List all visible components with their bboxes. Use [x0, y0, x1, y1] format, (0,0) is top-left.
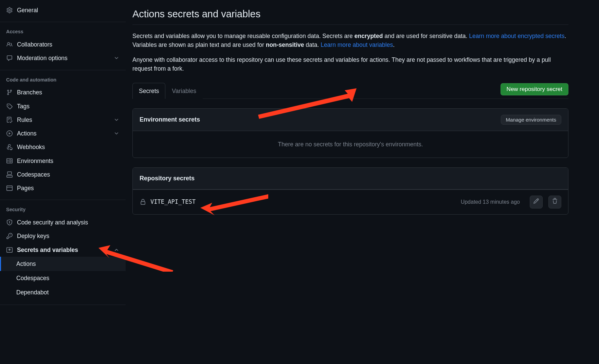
- webhook-icon: [6, 144, 13, 150]
- sidebar-item-label: Dependabot: [16, 289, 49, 296]
- branch-icon: [6, 89, 13, 96]
- sidebar-item-label: Moderation options: [17, 54, 109, 62]
- sidebar-item-label: Codespaces: [16, 275, 49, 281]
- sidebar-item-label: Rules: [17, 115, 109, 124]
- chevron-down-icon: [113, 130, 120, 136]
- sidebar-item-label: Deploy keys: [17, 232, 120, 240]
- sidebar-item-general[interactable]: General: [0, 3, 126, 17]
- sidebar-item-tags[interactable]: Tags: [0, 99, 126, 113]
- secret-updated: Updated 13 minutes ago: [461, 198, 520, 206]
- sidebar-item-label: General: [17, 6, 120, 15]
- sidebar-heading-security: Security: [0, 203, 126, 216]
- key-icon: [6, 233, 13, 239]
- shield-icon: [6, 219, 13, 226]
- pencil-icon: [533, 198, 539, 206]
- server-icon: [6, 158, 13, 164]
- link-encrypted-secrets[interactable]: Learn more about encrypted secrets: [469, 33, 564, 39]
- sidebar-item-secrets-variables[interactable]: Secrets and variables: [0, 243, 126, 257]
- sidebar-item-actions[interactable]: Actions: [0, 127, 126, 140]
- sidebar-item-environments[interactable]: Environments: [0, 154, 126, 168]
- sidebar-item-label: Actions: [17, 129, 109, 138]
- tab-secrets[interactable]: Secrets: [132, 83, 165, 99]
- chevron-up-icon: [113, 247, 120, 253]
- secret-row: VITE_API_TEST Updated 13 minutes ago: [133, 189, 568, 214]
- sidebar-item-label: Actions: [16, 260, 36, 267]
- sidebar-item-label: Collaborators: [17, 40, 120, 49]
- sidebar-item-label: Branches: [17, 88, 120, 97]
- asterisk-icon: [6, 247, 13, 253]
- new-repository-secret-button[interactable]: New repository secret: [501, 83, 568, 95]
- codespaces-icon: [6, 171, 13, 178]
- sidebar-sub-actions[interactable]: Actions: [0, 257, 126, 271]
- sidebar-sub-dependabot[interactable]: Dependabot: [0, 285, 126, 299]
- box-title: Repository secrets: [140, 174, 561, 183]
- sidebar-item-label: Codespaces: [17, 170, 120, 179]
- sidebar-item-label: Tags: [17, 102, 120, 111]
- manage-environments-button[interactable]: Manage environments: [501, 115, 561, 125]
- main-content: Actions secrets and variables Secrets an…: [126, 0, 599, 312]
- description-2: Anyone with collaborator access to this …: [132, 55, 568, 73]
- secret-name: VITE_API_TEST: [150, 198, 457, 206]
- people-icon: [6, 41, 13, 48]
- trash-icon: [552, 198, 558, 206]
- tag-icon: [6, 103, 13, 110]
- delete-secret-button[interactable]: [548, 196, 561, 208]
- gear-icon: [6, 7, 13, 14]
- sidebar-item-moderation[interactable]: Moderation options: [0, 51, 126, 65]
- sidebar-item-codespaces[interactable]: Codespaces: [0, 168, 126, 181]
- edit-secret-button[interactable]: [530, 196, 543, 208]
- sidebar-item-label: Secrets and variables: [17, 245, 109, 254]
- description-1: Secrets and variables allow you to manag…: [132, 32, 568, 50]
- chevron-down-icon: [113, 55, 120, 61]
- environment-secrets-box: Environment secrets Manage environments …: [132, 108, 568, 158]
- sidebar-heading-access: Access: [0, 25, 126, 38]
- browser-icon: [6, 185, 13, 192]
- sidebar-item-label: Webhooks: [17, 143, 120, 151]
- env-empty-message: There are no secrets for this repository…: [133, 131, 568, 158]
- sidebar-item-label: Environments: [17, 157, 120, 165]
- chevron-down-icon: [113, 117, 120, 123]
- rules-icon: [6, 116, 13, 123]
- tab-variables[interactable]: Variables: [165, 83, 203, 99]
- play-icon: [6, 130, 13, 137]
- sidebar-item-collaborators[interactable]: Collaborators: [0, 38, 126, 51]
- sidebar-item-code-security[interactable]: Code security and analysis: [0, 216, 126, 229]
- sidebar-sub-codespaces[interactable]: Codespaces: [0, 271, 126, 285]
- sidebar-item-pages[interactable]: Pages: [0, 181, 126, 195]
- comment-icon: [6, 55, 13, 61]
- sidebar-item-deploy-keys[interactable]: Deploy keys: [0, 229, 126, 243]
- settings-sidebar: General Access Collaborators Moderation …: [0, 0, 126, 312]
- link-variables[interactable]: Learn more about variables: [321, 41, 393, 48]
- tab-row: Secrets Variables New repository secret: [132, 83, 568, 99]
- sidebar-item-label: Code security and analysis: [17, 218, 120, 227]
- lock-icon: [140, 199, 146, 205]
- sidebar-item-rules[interactable]: Rules: [0, 113, 126, 127]
- page-title: Actions secrets and variables: [132, 7, 568, 25]
- sidebar-heading-code: Code and automation: [0, 74, 126, 86]
- repository-secrets-box: Repository secrets VITE_API_TEST Updated…: [132, 167, 568, 215]
- sidebar-item-branches[interactable]: Branches: [0, 86, 126, 99]
- sidebar-item-label: Pages: [17, 184, 120, 193]
- sidebar-item-webhooks[interactable]: Webhooks: [0, 140, 126, 154]
- box-title: Environment secrets: [140, 115, 501, 124]
